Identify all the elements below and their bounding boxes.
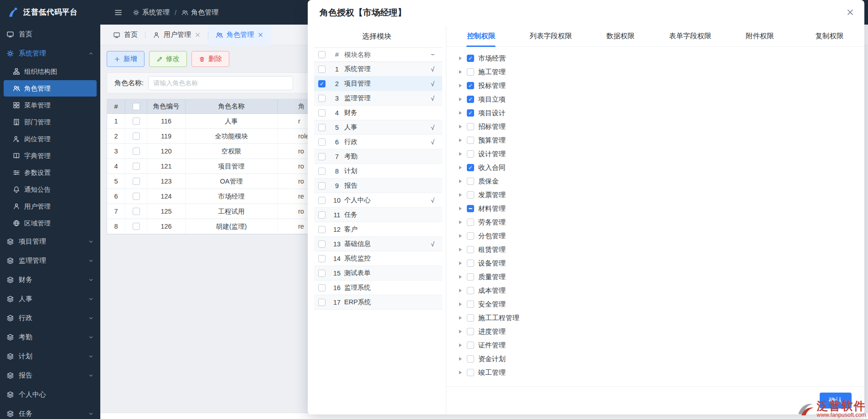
row-checkbox[interactable]: [133, 193, 140, 200]
close-icon[interactable]: [846, 8, 854, 16]
tree-checkbox[interactable]: [467, 96, 474, 103]
tree-node[interactable]: 劳务管理: [459, 215, 864, 229]
tree-node[interactable]: 分包管理: [459, 229, 864, 243]
tree-node[interactable]: 资金计划: [459, 352, 864, 366]
tab-home[interactable]: 首页: [106, 25, 145, 46]
edit-button[interactable]: 修改: [149, 51, 187, 67]
row-checkbox[interactable]: [133, 178, 140, 185]
tree-checkbox[interactable]: [467, 164, 474, 171]
sidebar-item-dictionary[interactable]: 字典管理: [4, 148, 97, 164]
tree-checkbox[interactable]: [467, 55, 474, 62]
tree-checkbox[interactable]: [467, 301, 474, 308]
caret-right-icon[interactable]: [459, 302, 462, 306]
module-checkbox[interactable]: [318, 197, 326, 204]
caret-right-icon[interactable]: [459, 138, 462, 142]
row-checkbox[interactable]: [133, 208, 140, 215]
tree-checkbox[interactable]: [467, 328, 474, 335]
caret-right-icon[interactable]: [459, 289, 462, 292]
close-icon[interactable]: [195, 32, 201, 38]
tree-checkbox[interactable]: [467, 287, 474, 294]
module-checkbox[interactable]: [318, 153, 326, 160]
perm-tab-copy[interactable]: 复制权限: [795, 26, 864, 46]
tree-node[interactable]: 收入合同: [459, 161, 864, 174]
tree-checkbox[interactable]: [467, 314, 474, 322]
tree-node[interactable]: 租赁管理: [459, 243, 864, 256]
caret-right-icon[interactable]: [459, 234, 462, 238]
module-checkbox[interactable]: [318, 284, 326, 291]
sidebar-item-department[interactable]: 部门管理: [4, 114, 97, 130]
module-checkbox[interactable]: [318, 240, 326, 248]
sidebar-item-params[interactable]: 参数设置: [4, 164, 97, 181]
tree-checkbox[interactable]: [467, 273, 474, 281]
tree-node[interactable]: 投标管理: [459, 79, 864, 92]
sidebar-item-plan[interactable]: 计划: [0, 347, 100, 366]
tree-node[interactable]: 项目立项: [459, 92, 864, 106]
tree-node[interactable]: 质量管理: [459, 270, 864, 284]
caret-right-icon[interactable]: [459, 125, 462, 128]
caret-right-icon[interactable]: [459, 207, 462, 210]
module-checkbox[interactable]: [318, 124, 326, 131]
perm-tab-control[interactable]: 控制权限: [446, 26, 516, 46]
caret-right-icon[interactable]: [459, 56, 462, 60]
module-row[interactable]: 5人事√: [314, 120, 442, 135]
sidebar-item-post[interactable]: 岗位管理: [4, 131, 97, 147]
tree-node[interactable]: 设计管理: [459, 147, 864, 161]
caret-right-icon[interactable]: [459, 261, 462, 265]
sidebar-item-report[interactable]: 报告: [0, 366, 100, 385]
module-checkbox[interactable]: [318, 255, 326, 262]
tree-node[interactable]: 竣工管理: [459, 366, 864, 379]
module-row[interactable]: 15测试表单: [314, 266, 442, 281]
sidebar-item-supervision[interactable]: 监理管理: [0, 251, 100, 270]
caret-right-icon[interactable]: [459, 97, 462, 101]
module-row[interactable]: 9报告: [314, 179, 442, 193]
tree-node[interactable]: 发票管理: [459, 188, 864, 202]
sidebar-item-attendance[interactable]: 考勤: [0, 327, 100, 347]
sidebar-item-notice[interactable]: 通知公告: [4, 181, 97, 198]
breadcrumb-item-role[interactable]: 角色管理: [181, 8, 218, 17]
caret-right-icon[interactable]: [459, 330, 462, 333]
module-checkbox[interactable]: [318, 80, 326, 87]
caret-right-icon[interactable]: [459, 193, 462, 197]
tree-node[interactable]: 成本管理: [459, 284, 864, 297]
caret-right-icon[interactable]: [459, 179, 462, 183]
sidebar-item-org-chart[interactable]: 组织结构图: [4, 63, 97, 80]
tree-node[interactable]: 设备管理: [459, 256, 864, 270]
tree-checkbox[interactable]: [467, 178, 474, 185]
module-row[interactable]: 16监理系统: [314, 281, 442, 295]
row-checkbox[interactable]: [133, 148, 140, 155]
row-checkbox[interactable]: [133, 163, 140, 170]
tree-checkbox[interactable]: [467, 68, 474, 76]
perm-tab-data[interactable]: 数据权限: [586, 26, 656, 46]
module-row[interactable]: 2项目管理√: [314, 77, 442, 91]
select-all-checkbox[interactable]: [133, 103, 140, 110]
tree-node[interactable]: 施工工程管理: [459, 311, 864, 325]
module-checkbox[interactable]: [318, 168, 326, 175]
tree-node[interactable]: 进度管理: [459, 325, 864, 338]
perm-tab-form-field[interactable]: 表单字段权限: [655, 26, 725, 46]
close-icon[interactable]: [258, 32, 264, 38]
sidebar-item-task[interactable]: 任务: [0, 404, 100, 419]
module-row[interactable]: 17ERP系统: [314, 295, 442, 310]
breadcrumb-item-system[interactable]: 系统管理: [133, 8, 170, 17]
module-row[interactable]: 6行政√: [314, 135, 442, 149]
perm-tab-list-field[interactable]: 列表字段权限: [516, 26, 586, 46]
sidebar-item-menu[interactable]: 菜单管理: [4, 97, 97, 113]
sidebar-item-role[interactable]: 角色管理: [4, 80, 97, 97]
tree-node[interactable]: 招标管理: [459, 120, 864, 133]
module-checkbox[interactable]: [318, 211, 326, 219]
module-checkbox[interactable]: [318, 109, 326, 117]
module-checkbox[interactable]: [318, 138, 326, 146]
sidebar-item-finance[interactable]: 财务: [0, 270, 100, 289]
tree-checkbox[interactable]: [467, 82, 474, 89]
tree-node[interactable]: 预算管理: [459, 133, 864, 147]
tree-checkbox[interactable]: [467, 260, 474, 267]
sidebar-item-region[interactable]: 区域管理: [4, 215, 97, 231]
module-checkbox[interactable]: [318, 66, 326, 73]
caret-right-icon[interactable]: [459, 166, 462, 169]
caret-right-icon[interactable]: [459, 371, 462, 374]
tab-user[interactable]: 用户管理: [145, 25, 208, 46]
module-row[interactable]: 10个人中心√: [314, 193, 442, 208]
sidebar-item-user[interactable]: 用户管理: [4, 198, 97, 215]
module-row[interactable]: 12客户: [314, 222, 442, 237]
sidebar-item-home[interactable]: 首页: [0, 25, 100, 44]
